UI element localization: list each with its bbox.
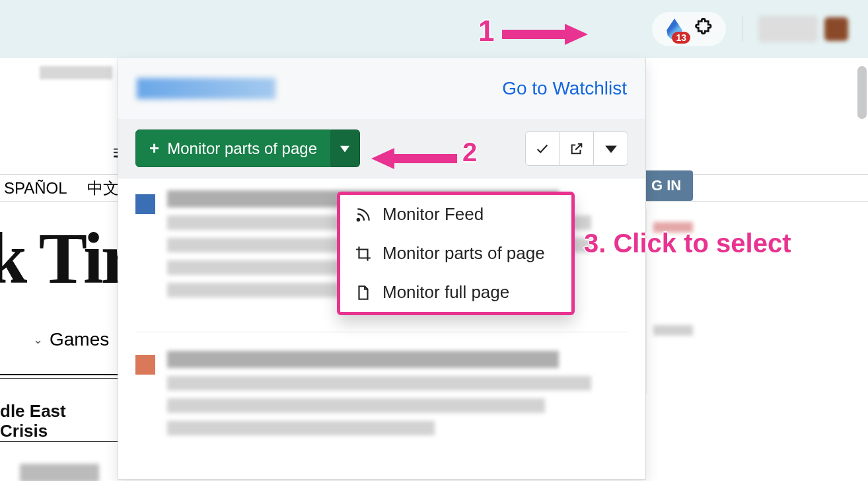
headline-fragment[interactable]: dle East Crisis: [0, 402, 116, 441]
svg-marker-1: [605, 145, 617, 153]
page-logo-fragment: k Tir: [0, 217, 130, 301]
monitor-parts-button[interactable]: + Monitor parts of page: [135, 130, 331, 167]
browser-toolbar: 13: [0, 0, 868, 58]
dropdown-item-monitor-full[interactable]: Monitor full page: [340, 273, 571, 312]
svg-marker-0: [340, 145, 349, 152]
monitor-dropdown-toggle[interactable]: [331, 130, 360, 167]
dropdown-item-monitor-parts[interactable]: Monitor parts of page: [340, 234, 571, 273]
notification-badge: 13: [672, 32, 690, 44]
login-button-fragment[interactable]: G IN: [639, 170, 693, 201]
dropdown-item-label: Monitor Feed: [382, 204, 484, 225]
feed-color-swatch: [135, 355, 155, 375]
chevron-down-icon: ⌄: [33, 332, 43, 347]
lang-item-spanish[interactable]: SPAÑOL: [4, 179, 67, 198]
profile-avatar[interactable]: [824, 17, 848, 41]
annotation-step-3: 3. Click to select: [584, 229, 791, 258]
monitor-button-label: Monitor parts of page: [167, 139, 317, 158]
check-button[interactable]: [525, 131, 560, 166]
annotation-arrow-1: [502, 21, 588, 48]
blurred-content: [167, 351, 628, 443]
open-external-button[interactable]: [560, 131, 594, 166]
plus-icon: +: [149, 138, 159, 159]
file-icon: [355, 284, 372, 301]
monitor-button-group: + Monitor parts of page: [135, 130, 360, 167]
extensions-icon[interactable]: [694, 18, 714, 40]
more-dropdown-button[interactable]: [594, 131, 628, 166]
blurred-content: [40, 66, 112, 79]
annotation-step-2: 2: [462, 137, 477, 167]
feed-color-swatch: [135, 194, 155, 214]
go-to-watchlist-link[interactable]: Go to Watchlist: [502, 78, 627, 99]
nav-item-label: Games: [50, 329, 109, 350]
scrollbar-thumb[interactable]: [857, 66, 867, 119]
blurred-content: [653, 325, 693, 336]
dropdown-item-label: Monitor full page: [382, 282, 509, 303]
svg-marker-4: [565, 24, 588, 45]
divider: [135, 332, 628, 332]
rss-icon: [355, 206, 372, 223]
svg-marker-6: [371, 148, 394, 169]
blurred-title: [137, 78, 275, 99]
monitor-dropdown-menu: Monitor Feed Monitor parts of page Monit…: [337, 192, 575, 315]
toolbar-divider: [742, 16, 742, 42]
blurred-content: [20, 464, 99, 481]
dropdown-item-label: Monitor parts of page: [382, 243, 545, 264]
distill-extension-icon[interactable]: 13: [664, 17, 685, 41]
lang-item-chinese[interactable]: 中文: [87, 178, 119, 199]
feed-item[interactable]: [135, 351, 628, 443]
annotation-arrow-2: [371, 145, 457, 172]
nav-item-games[interactable]: ⌄ Games ⌄: [0, 329, 119, 350]
extensions-pill: 13: [652, 12, 726, 46]
blurred-toolbar-item: [758, 16, 818, 42]
dropdown-item-monitor-feed[interactable]: Monitor Feed: [340, 195, 571, 234]
annotation-step-1: 1: [478, 15, 494, 48]
crop-icon: [355, 245, 372, 262]
svg-point-2: [357, 218, 359, 220]
action-button-group: [525, 131, 628, 166]
popup-header: Go to Watchlist: [118, 58, 645, 119]
